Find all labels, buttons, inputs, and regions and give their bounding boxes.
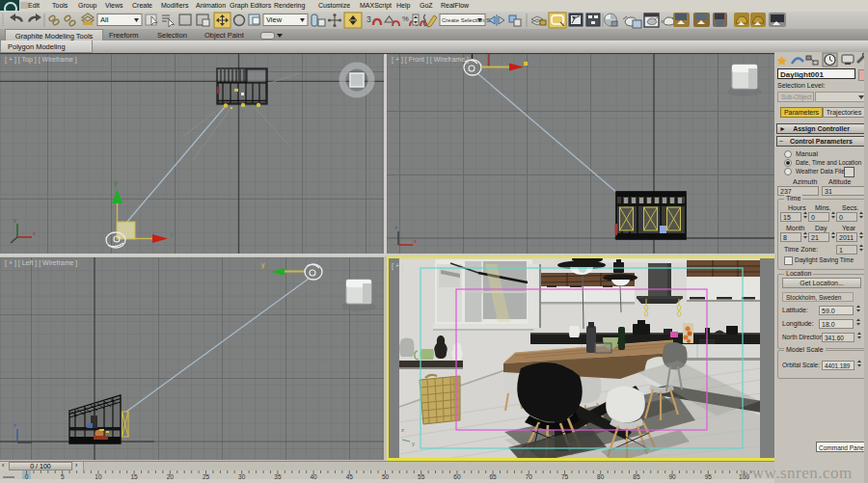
svg-text:Create Selection Se: Create Selection Se (442, 17, 494, 23)
svg-text:x: x (170, 231, 174, 238)
svg-text:3: 3 (366, 14, 371, 24)
svg-text:z: z (394, 225, 397, 230)
svg-text:y: y (114, 179, 118, 187)
svg-text:x: x (414, 238, 417, 244)
svg-text:All: All (100, 15, 109, 24)
svg-text:%: % (402, 14, 409, 23)
svg-text:x: x (33, 230, 36, 236)
svg-text:y: y (261, 261, 265, 269)
svg-text:y: y (14, 217, 16, 223)
svg-text:z: z (14, 422, 16, 428)
svg-text:View: View (266, 15, 283, 24)
svg-text:y: y (412, 441, 415, 446)
svg-text:z: z (401, 427, 404, 433)
